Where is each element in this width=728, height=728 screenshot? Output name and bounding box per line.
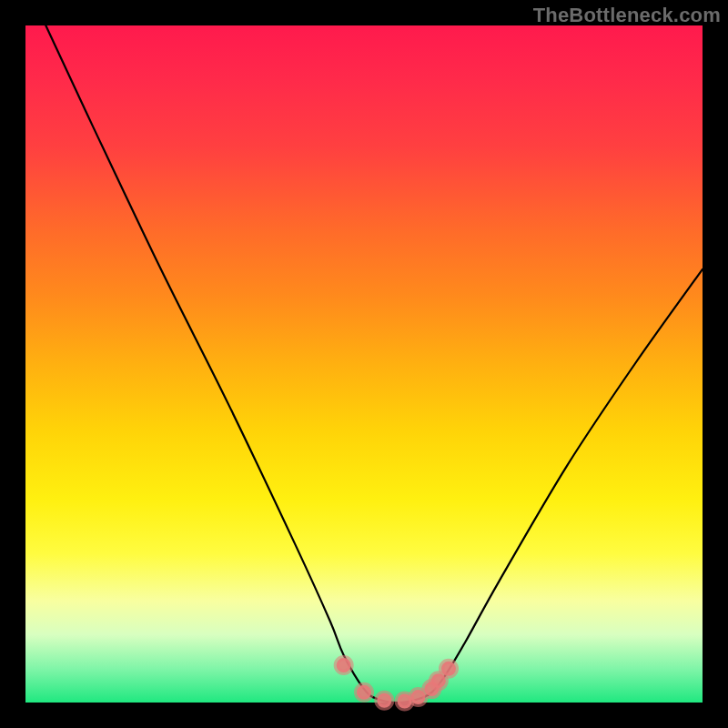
- plot-area: [25, 25, 703, 703]
- marker-point: [441, 662, 456, 676]
- highlight-markers: [337, 658, 456, 708]
- watermark-text: TheBottleneck.com: [533, 4, 721, 27]
- marker-point: [337, 658, 351, 672]
- marker-point: [377, 693, 391, 708]
- bottleneck-curve-svg: [25, 25, 703, 703]
- marker-point: [357, 685, 371, 700]
- bottleneck-curve-path: [46, 25, 703, 703]
- chart-frame: TheBottleneck.com: [0, 0, 728, 728]
